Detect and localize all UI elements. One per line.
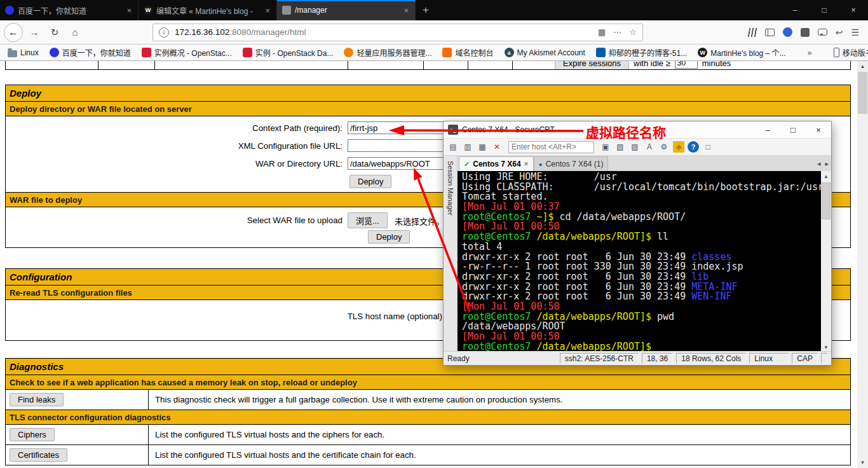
extension-icon-1[interactable] xyxy=(783,27,792,37)
quick-connect-host-input[interactable] xyxy=(508,141,594,153)
sidebar-icon[interactable] xyxy=(765,29,775,36)
window-close-button[interactable]: × xyxy=(839,0,868,20)
bookmark-martinhe-blog[interactable]: WMartinHe's blog – 个... xyxy=(698,47,785,58)
home-button[interactable]: ⌂ xyxy=(66,24,84,41)
find-leaks-button[interactable]: Find leaks xyxy=(10,393,64,406)
paste-icon[interactable]: ▧ xyxy=(614,141,626,153)
ciphers-button[interactable]: Ciphers xyxy=(10,428,55,441)
back-button[interactable]: ← xyxy=(4,23,23,42)
ciphers-description: List the configured TLS virtual hosts an… xyxy=(149,425,850,444)
tab-title: 编辑文章 « MartinHe's blog - xyxy=(156,5,260,16)
chat-icon[interactable] xyxy=(818,29,827,36)
page-scrollbar: ▲ ▼ xyxy=(857,61,868,468)
extension-icon-2[interactable] xyxy=(801,28,810,37)
browser-tab-blog[interactable]: W 编辑文章 « MartinHe's blog - × xyxy=(139,0,277,20)
bookmark-label: 域名控制台 xyxy=(455,47,493,58)
bookmarks-overflow-chevron[interactable]: » xyxy=(808,48,812,57)
bookmark-akismet[interactable]: aMy Akismet Account xyxy=(505,48,585,57)
bookmark-openstack-instances[interactable]: 实例 - OpenStack Da... xyxy=(243,47,334,58)
mobile-bookmarks[interactable]: 移动版书签 xyxy=(834,47,868,58)
tab-close-icon[interactable]: × xyxy=(264,6,271,15)
window-maximize-button[interactable]: □ xyxy=(810,0,839,20)
menu-icon[interactable]: ☰ xyxy=(851,27,859,38)
reload-button[interactable]: ↻ xyxy=(46,24,64,41)
bookmark-linux[interactable]: Linux xyxy=(8,48,39,57)
terminal-body[interactable]: Using JRE_HOME: /usrUsing CLASSPATH: /us… xyxy=(458,171,821,352)
idle-suffix-label: minutes xyxy=(702,61,731,68)
securecrt-tab-bar: ✓ Centos 7 X64 × ● Centos 7 X64 (1) ◂ ▸ xyxy=(458,156,831,171)
browser-tab-bar: 百度一下，你就知道 × W 编辑文章 « MartinHe's blog - ×… xyxy=(0,0,868,20)
securecrt-minimize-button[interactable]: – xyxy=(755,121,780,138)
deploy-upload-button[interactable]: Deploy xyxy=(368,230,410,244)
folder-icon xyxy=(8,50,17,57)
scrollbar-up-arrow[interactable]: ▲ xyxy=(857,61,868,72)
browse-button[interactable]: 浏览... xyxy=(348,212,388,228)
select-war-label: Select WAR file to upload xyxy=(6,214,342,227)
bookmark-baidu[interactable]: 百度一下，你就知道 xyxy=(50,47,131,58)
wordpress-favicon: W xyxy=(144,6,153,15)
key-agent-icon[interactable]: ◆ xyxy=(673,141,684,153)
session-options-icon[interactable]: ⚙ xyxy=(658,141,670,153)
copy-icon[interactable]: ▣ xyxy=(600,141,611,153)
new-tab-button[interactable]: + xyxy=(416,0,436,20)
address-bar[interactable]: i 172.16.36.102:8080/manager/html ▦ ⋯ ☆ xyxy=(153,24,643,41)
reconnect-icon[interactable]: ▦ xyxy=(477,141,488,153)
tab-close-icon[interactable]: × xyxy=(125,6,133,15)
forward-button[interactable]: → xyxy=(25,24,43,41)
library-icon[interactable] xyxy=(747,28,757,37)
session-manager-strip[interactable]: Session Manager xyxy=(444,156,458,351)
tab-close-icon[interactable]: × xyxy=(402,6,410,15)
disconnect-icon[interactable]: ✕ xyxy=(491,141,503,153)
browser-tab-manager[interactable]: /manager × xyxy=(277,0,416,20)
expire-sessions-button[interactable]: Expire sessions xyxy=(555,61,629,70)
bookmark-label: 实例 - OpenStack Da... xyxy=(255,47,334,58)
terminal-line: root@Centos7 /data/webapps/ROOT]$ ll xyxy=(462,232,821,242)
wordpress-icon: W xyxy=(698,48,707,57)
terminal-tab-close-icon[interactable]: × xyxy=(524,160,529,169)
securecrt-title-bar[interactable]: >_ Centos 7 X64 - SecureCRT – □ × xyxy=(444,121,831,138)
securecrt-window: >_ Centos 7 X64 - SecureCRT – □ × ▤▥▦✕ ▣… xyxy=(443,121,832,366)
securecrt-close-button[interactable]: × xyxy=(806,121,831,138)
bookmark-star-icon[interactable]: ☆ xyxy=(629,27,637,37)
browser-tab-baidu[interactable]: 百度一下，你就知道 × xyxy=(0,0,139,20)
tab-scroll-right-icon[interactable]: ▸ xyxy=(825,160,829,168)
xml-config-input[interactable] xyxy=(348,139,448,152)
session-dot-icon: ● xyxy=(539,161,543,168)
site-info-icon[interactable]: i xyxy=(159,27,169,38)
bookmark-label: MartinHe's blog – 个... xyxy=(710,47,785,58)
page-actions-icon[interactable]: ⋯ xyxy=(613,27,621,37)
securecrt-toolbar: ▤▥▦✕ ▣▧▨A⚙◆?□ xyxy=(444,138,831,156)
certificates-button[interactable]: Certificates xyxy=(10,448,67,462)
find-leaks-row: Find leaks This diagnostic check will tr… xyxy=(6,389,850,410)
reply-icon[interactable]: ↩ xyxy=(836,27,843,38)
help-icon[interactable]: ? xyxy=(688,141,699,153)
quick-connect-icon[interactable]: ▥ xyxy=(462,141,473,153)
deploy-server-button[interactable]: Deploy xyxy=(349,175,391,188)
context-path-input[interactable] xyxy=(348,121,448,134)
securecrt-maximize-button[interactable]: □ xyxy=(780,121,806,138)
terminal-tab-inactive[interactable]: ● Centos 7 X64 (1) xyxy=(534,156,609,171)
connect-icon[interactable]: ▤ xyxy=(447,141,459,153)
tab-scroll-left-icon[interactable]: ◂ xyxy=(817,160,821,168)
find-icon[interactable]: A xyxy=(644,141,655,153)
terminal-text: /data/webapps/ROOT]$ xyxy=(531,231,657,242)
qr-grid-icon[interactable]: ▦ xyxy=(598,27,606,37)
bookmark-51cto[interactable]: 抑郁的橙子的博客-51... xyxy=(596,47,687,58)
print-icon[interactable]: ▨ xyxy=(629,141,641,153)
scrollbar-down-arrow[interactable]: ▼ xyxy=(857,457,868,468)
idle-minutes-input[interactable] xyxy=(675,61,698,69)
terminal-tab-active[interactable]: ✓ Centos 7 X64 × xyxy=(459,156,534,171)
crt-toolbar-left: ▤▥▦✕ xyxy=(447,141,503,153)
terminal-scroll-up-icon[interactable]: ▲ xyxy=(821,171,831,181)
terminal-scrollbar-thumb[interactable] xyxy=(822,182,831,219)
tab-scroll-arrows: ◂ ▸ xyxy=(817,160,829,168)
war-url-input[interactable] xyxy=(348,157,448,170)
scrollbar-thumb[interactable] xyxy=(858,72,867,114)
bookmark-openstack-overview[interactable]: 实例概况 - OpenStac... xyxy=(142,47,232,58)
certificates-description: List the configured TLS virtual hosts an… xyxy=(149,445,850,465)
bookmark-domain-console[interactable]: 域名控制台 xyxy=(442,47,493,58)
bookmark-lighthouse[interactable]: 轻量应用服务器管理... xyxy=(344,47,431,58)
ciphers-cell: Ciphers xyxy=(6,425,149,444)
window-minimize-button[interactable]: – xyxy=(780,0,810,20)
window-icon[interactable]: □ xyxy=(702,141,714,153)
